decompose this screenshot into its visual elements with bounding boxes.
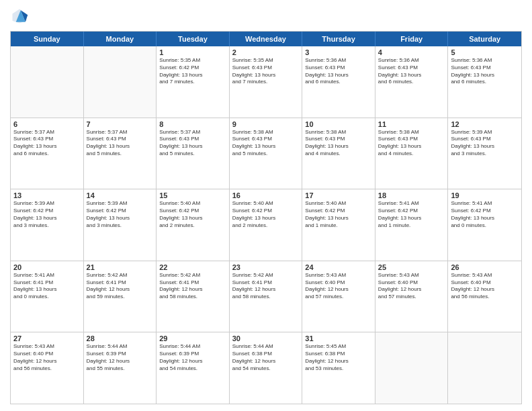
- day-info: Sunrise: 5:38 AM Sunset: 6:43 PM Dayligh…: [232, 129, 300, 158]
- day-number: 9: [232, 120, 300, 128]
- day-info: Sunrise: 5:42 AM Sunset: 6:41 PM Dayligh…: [87, 272, 154, 301]
- day-cell-28: 28Sunrise: 5:44 AM Sunset: 6:39 PM Dayli…: [84, 332, 157, 404]
- day-info: Sunrise: 5:44 AM Sunset: 6:39 PM Dayligh…: [87, 343, 154, 372]
- day-number: 4: [378, 48, 445, 56]
- empty-cell: [448, 332, 521, 404]
- day-cell-6: 6Sunrise: 5:37 AM Sunset: 6:43 PM Daylig…: [11, 118, 84, 189]
- header-day-thursday: Thursday: [302, 32, 375, 46]
- calendar: SundayMondayTuesdayWednesdayThursdayFrid…: [10, 31, 522, 404]
- day-cell-22: 22Sunrise: 5:42 AM Sunset: 6:41 PM Dayli…: [157, 261, 230, 332]
- day-cell-11: 11Sunrise: 5:38 AM Sunset: 6:43 PM Dayli…: [375, 118, 449, 189]
- header-day-tuesday: Tuesday: [157, 32, 230, 46]
- day-info: Sunrise: 5:38 AM Sunset: 6:43 PM Dayligh…: [305, 129, 372, 158]
- day-cell-26: 26Sunrise: 5:43 AM Sunset: 6:40 PM Dayli…: [448, 261, 521, 332]
- day-info: Sunrise: 5:43 AM Sunset: 6:40 PM Dayligh…: [378, 272, 445, 301]
- day-number: 19: [451, 191, 519, 199]
- logo: [10, 7, 32, 26]
- day-cell-29: 29Sunrise: 5:44 AM Sunset: 6:39 PM Dayli…: [157, 332, 230, 404]
- day-info: Sunrise: 5:43 AM Sunset: 6:40 PM Dayligh…: [451, 272, 519, 301]
- day-cell-20: 20Sunrise: 5:41 AM Sunset: 6:41 PM Dayli…: [11, 261, 84, 332]
- day-cell-16: 16Sunrise: 5:40 AM Sunset: 6:42 PM Dayli…: [230, 189, 303, 261]
- day-number: 25: [378, 263, 445, 271]
- page: SundayMondayTuesdayWednesdayThursdayFrid…: [0, 0, 532, 411]
- day-cell-24: 24Sunrise: 5:43 AM Sunset: 6:40 PM Dayli…: [302, 261, 375, 332]
- day-number: 16: [232, 191, 300, 199]
- header-day-sunday: Sunday: [11, 32, 84, 46]
- empty-cell: [375, 332, 449, 404]
- day-info: Sunrise: 5:41 AM Sunset: 6:41 PM Dayligh…: [13, 272, 81, 301]
- day-number: 8: [159, 120, 226, 128]
- day-number: 15: [159, 191, 226, 199]
- week-row-4: 20Sunrise: 5:41 AM Sunset: 6:41 PM Dayli…: [11, 261, 521, 333]
- day-info: Sunrise: 5:42 AM Sunset: 6:41 PM Dayligh…: [159, 272, 226, 301]
- day-cell-15: 15Sunrise: 5:40 AM Sunset: 6:42 PM Dayli…: [157, 189, 230, 261]
- day-info: Sunrise: 5:39 AM Sunset: 6:42 PM Dayligh…: [87, 200, 154, 229]
- header-day-saturday: Saturday: [448, 32, 521, 46]
- day-info: Sunrise: 5:41 AM Sunset: 6:42 PM Dayligh…: [451, 200, 519, 229]
- day-number: 21: [87, 263, 154, 271]
- day-number: 1: [159, 48, 226, 56]
- day-cell-30: 30Sunrise: 5:44 AM Sunset: 6:38 PM Dayli…: [230, 332, 303, 404]
- day-info: Sunrise: 5:44 AM Sunset: 6:39 PM Dayligh…: [159, 343, 226, 372]
- logo-icon: [10, 7, 29, 26]
- day-number: 6: [13, 120, 81, 128]
- day-info: Sunrise: 5:36 AM Sunset: 6:43 PM Dayligh…: [378, 57, 445, 86]
- day-info: Sunrise: 5:39 AM Sunset: 6:43 PM Dayligh…: [451, 129, 519, 158]
- day-cell-21: 21Sunrise: 5:42 AM Sunset: 6:41 PM Dayli…: [84, 261, 157, 332]
- day-number: 20: [13, 263, 81, 271]
- day-number: 24: [305, 263, 372, 271]
- day-cell-13: 13Sunrise: 5:39 AM Sunset: 6:42 PM Dayli…: [11, 189, 84, 261]
- day-number: 10: [305, 120, 372, 128]
- day-cell-19: 19Sunrise: 5:41 AM Sunset: 6:42 PM Dayli…: [448, 189, 521, 261]
- day-number: 11: [378, 120, 445, 128]
- day-number: 30: [232, 334, 300, 342]
- day-cell-12: 12Sunrise: 5:39 AM Sunset: 6:43 PM Dayli…: [448, 118, 521, 189]
- day-info: Sunrise: 5:43 AM Sunset: 6:40 PM Dayligh…: [13, 343, 81, 372]
- header: [10, 7, 522, 26]
- day-number: 14: [87, 191, 154, 199]
- day-cell-17: 17Sunrise: 5:40 AM Sunset: 6:42 PM Dayli…: [302, 189, 375, 261]
- week-row-2: 6Sunrise: 5:37 AM Sunset: 6:43 PM Daylig…: [11, 118, 521, 190]
- day-cell-27: 27Sunrise: 5:43 AM Sunset: 6:40 PM Dayli…: [11, 332, 84, 404]
- empty-cell: [84, 46, 157, 118]
- day-info: Sunrise: 5:35 AM Sunset: 6:42 PM Dayligh…: [159, 57, 226, 86]
- day-number: 27: [13, 334, 81, 342]
- day-info: Sunrise: 5:43 AM Sunset: 6:40 PM Dayligh…: [305, 272, 372, 301]
- day-number: 17: [305, 191, 372, 199]
- day-number: 2: [232, 48, 300, 56]
- day-info: Sunrise: 5:37 AM Sunset: 6:43 PM Dayligh…: [87, 129, 154, 158]
- day-cell-7: 7Sunrise: 5:37 AM Sunset: 6:43 PM Daylig…: [84, 118, 157, 189]
- day-info: Sunrise: 5:37 AM Sunset: 6:43 PM Dayligh…: [159, 129, 226, 158]
- header-day-wednesday: Wednesday: [230, 32, 303, 46]
- day-cell-3: 3Sunrise: 5:36 AM Sunset: 6:43 PM Daylig…: [302, 46, 375, 118]
- day-number: 7: [87, 120, 154, 128]
- day-number: 22: [159, 263, 226, 271]
- week-row-1: 1Sunrise: 5:35 AM Sunset: 6:42 PM Daylig…: [11, 46, 521, 118]
- day-info: Sunrise: 5:40 AM Sunset: 6:42 PM Dayligh…: [305, 200, 372, 229]
- day-number: 23: [232, 263, 300, 271]
- day-cell-4: 4Sunrise: 5:36 AM Sunset: 6:43 PM Daylig…: [375, 46, 449, 118]
- day-number: 28: [87, 334, 154, 342]
- day-cell-31: 31Sunrise: 5:45 AM Sunset: 6:38 PM Dayli…: [302, 332, 375, 404]
- day-cell-9: 9Sunrise: 5:38 AM Sunset: 6:43 PM Daylig…: [230, 118, 303, 189]
- day-number: 29: [159, 334, 226, 342]
- day-info: Sunrise: 5:41 AM Sunset: 6:42 PM Dayligh…: [378, 200, 445, 229]
- day-number: 12: [451, 120, 519, 128]
- day-info: Sunrise: 5:39 AM Sunset: 6:42 PM Dayligh…: [13, 200, 81, 229]
- day-number: 18: [378, 191, 445, 199]
- header-day-monday: Monday: [84, 32, 157, 46]
- day-cell-14: 14Sunrise: 5:39 AM Sunset: 6:42 PM Dayli…: [84, 189, 157, 261]
- day-info: Sunrise: 5:37 AM Sunset: 6:43 PM Dayligh…: [13, 129, 81, 158]
- day-cell-23: 23Sunrise: 5:42 AM Sunset: 6:41 PM Dayli…: [230, 261, 303, 332]
- day-info: Sunrise: 5:35 AM Sunset: 6:43 PM Dayligh…: [232, 57, 300, 86]
- day-cell-1: 1Sunrise: 5:35 AM Sunset: 6:42 PM Daylig…: [157, 46, 230, 118]
- day-number: 31: [305, 334, 372, 342]
- calendar-header: SundayMondayTuesdayWednesdayThursdayFrid…: [11, 32, 521, 46]
- empty-cell: [11, 46, 84, 118]
- day-cell-2: 2Sunrise: 5:35 AM Sunset: 6:43 PM Daylig…: [230, 46, 303, 118]
- day-number: 13: [13, 191, 81, 199]
- day-cell-8: 8Sunrise: 5:37 AM Sunset: 6:43 PM Daylig…: [157, 118, 230, 189]
- day-info: Sunrise: 5:42 AM Sunset: 6:41 PM Dayligh…: [232, 272, 300, 301]
- day-cell-10: 10Sunrise: 5:38 AM Sunset: 6:43 PM Dayli…: [302, 118, 375, 189]
- header-day-friday: Friday: [375, 32, 449, 46]
